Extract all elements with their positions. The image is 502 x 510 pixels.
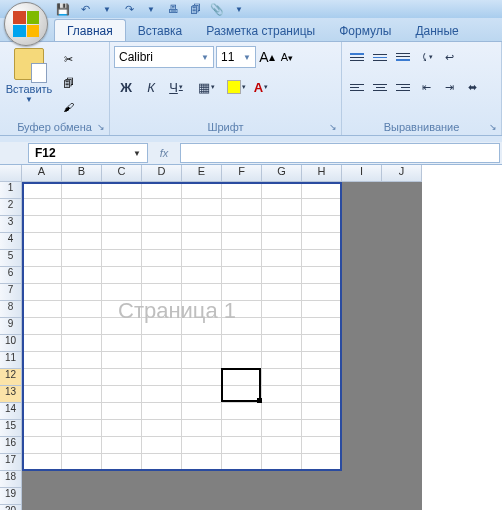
cell[interactable] xyxy=(182,352,222,369)
cell[interactable] xyxy=(222,369,262,386)
cell[interactable] xyxy=(302,318,342,335)
cell[interactable] xyxy=(302,437,342,454)
cell[interactable] xyxy=(22,250,62,267)
row-header[interactable]: 9 xyxy=(0,318,22,335)
row-header[interactable]: 11 xyxy=(0,352,22,369)
cell[interactable] xyxy=(222,403,262,420)
cell[interactable] xyxy=(302,471,342,488)
cell[interactable] xyxy=(142,420,182,437)
cell[interactable] xyxy=(142,284,182,301)
cell[interactable] xyxy=(182,403,222,420)
row-header[interactable]: 16 xyxy=(0,437,22,454)
cell[interactable] xyxy=(22,216,62,233)
cell[interactable] xyxy=(182,437,222,454)
cell[interactable] xyxy=(142,403,182,420)
cell[interactable] xyxy=(142,454,182,471)
cell[interactable] xyxy=(182,335,222,352)
cell[interactable] xyxy=(222,318,262,335)
cell[interactable] xyxy=(22,369,62,386)
cell[interactable] xyxy=(22,284,62,301)
cell[interactable] xyxy=(302,420,342,437)
cell[interactable] xyxy=(382,369,422,386)
underline-button[interactable]: Ч▾ xyxy=(164,76,188,98)
cell[interactable] xyxy=(262,454,302,471)
row-header[interactable]: 1 xyxy=(0,182,22,199)
align-middle-button[interactable] xyxy=(369,46,391,68)
col-header[interactable]: D xyxy=(142,165,182,182)
cell[interactable] xyxy=(342,233,382,250)
cell[interactable] xyxy=(302,403,342,420)
borders-button[interactable]: ▦▾ xyxy=(194,76,218,98)
col-header[interactable]: F xyxy=(222,165,262,182)
undo-dropdown-icon[interactable]: ▼ xyxy=(98,1,116,17)
cell[interactable] xyxy=(302,250,342,267)
cell[interactable] xyxy=(222,386,262,403)
cell[interactable] xyxy=(182,199,222,216)
cell[interactable] xyxy=(22,182,62,199)
cell[interactable] xyxy=(102,301,142,318)
cell[interactable] xyxy=(262,250,302,267)
cell[interactable] xyxy=(102,420,142,437)
cell[interactable] xyxy=(182,182,222,199)
increase-indent-button[interactable]: ⇥ xyxy=(438,76,460,98)
cell[interactable] xyxy=(182,505,222,510)
cell[interactable] xyxy=(142,352,182,369)
row-header[interactable]: 17 xyxy=(0,454,22,471)
cell[interactable] xyxy=(142,199,182,216)
cell[interactable] xyxy=(102,284,142,301)
cell[interactable] xyxy=(262,301,302,318)
cell[interactable] xyxy=(102,182,142,199)
cell[interactable] xyxy=(22,403,62,420)
paste-dropdown-icon[interactable]: ▼ xyxy=(25,95,33,104)
col-header[interactable]: J xyxy=(382,165,422,182)
cell[interactable] xyxy=(222,352,262,369)
align-right-button[interactable] xyxy=(392,76,414,98)
cell[interactable] xyxy=(62,505,102,510)
cell[interactable] xyxy=(342,318,382,335)
qat-customize-icon[interactable]: ▼ xyxy=(230,1,248,17)
cell[interactable] xyxy=(222,471,262,488)
col-header[interactable]: G xyxy=(262,165,302,182)
cell[interactable] xyxy=(382,403,422,420)
row-header[interactable]: 6 xyxy=(0,267,22,284)
row-header[interactable]: 3 xyxy=(0,216,22,233)
cell[interactable] xyxy=(342,199,382,216)
cell[interactable] xyxy=(102,403,142,420)
cell[interactable] xyxy=(342,250,382,267)
cell[interactable] xyxy=(382,182,422,199)
cell[interactable] xyxy=(182,233,222,250)
row-header[interactable]: 15 xyxy=(0,420,22,437)
align-left-button[interactable] xyxy=(346,76,368,98)
cell[interactable] xyxy=(302,335,342,352)
cell[interactable] xyxy=(102,437,142,454)
cell[interactable] xyxy=(382,233,422,250)
worksheet-grid[interactable]: ABCDEFGHIJ123456789101112131415161718192… xyxy=(0,165,502,510)
cell[interactable] xyxy=(222,182,262,199)
cell[interactable] xyxy=(62,199,102,216)
cell[interactable] xyxy=(102,454,142,471)
row-header[interactable]: 13 xyxy=(0,386,22,403)
cell[interactable] xyxy=(62,318,102,335)
cell[interactable] xyxy=(262,216,302,233)
cell[interactable] xyxy=(382,352,422,369)
cell[interactable] xyxy=(342,454,382,471)
cell[interactable] xyxy=(142,505,182,510)
tab-data[interactable]: Данные xyxy=(403,20,470,41)
cell[interactable] xyxy=(382,301,422,318)
cell[interactable] xyxy=(262,403,302,420)
cell[interactable] xyxy=(342,471,382,488)
cell[interactable] xyxy=(182,318,222,335)
cell[interactable] xyxy=(142,182,182,199)
cell[interactable] xyxy=(22,335,62,352)
cell[interactable] xyxy=(142,216,182,233)
print-preview-icon[interactable]: 🗐 xyxy=(186,1,204,17)
cell[interactable] xyxy=(182,284,222,301)
row-header[interactable]: 12 xyxy=(0,369,22,386)
cell[interactable] xyxy=(342,403,382,420)
cell[interactable] xyxy=(262,352,302,369)
italic-button[interactable]: К xyxy=(139,76,163,98)
cell[interactable] xyxy=(142,250,182,267)
cell[interactable] xyxy=(62,420,102,437)
cell[interactable] xyxy=(342,335,382,352)
cell[interactable] xyxy=(62,437,102,454)
